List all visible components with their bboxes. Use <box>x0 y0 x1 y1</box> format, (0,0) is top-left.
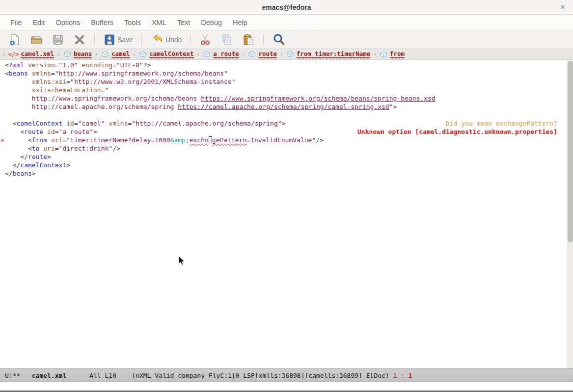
scrollbar[interactable] <box>567 60 573 368</box>
toolbar-separator <box>190 33 191 46</box>
menu-bar: FileEditOptionsBuffersToolsXMLTextDebugH… <box>0 15 573 30</box>
code-line[interactable]: </route> <box>0 153 564 161</box>
emacs-window: emacs@fedora × FileEditOptionsBuffersToo… <box>0 0 573 392</box>
undo-icon <box>150 33 164 46</box>
code-line[interactable]: <beans xmlns="http://www.springframework… <box>0 69 564 78</box>
breadcrumb-separator-icon: › <box>95 51 98 57</box>
code-icon: </> <box>8 51 19 58</box>
code-line[interactable]: <?xml version="1.0" encoding="UTF-8"?> <box>0 61 564 69</box>
close-window-icon[interactable]: × <box>557 2 568 13</box>
toolbar-button-save[interactable]: Save <box>99 31 137 48</box>
breadcrumb-separator-icon: › <box>197 51 200 57</box>
cube-icon <box>101 51 109 58</box>
code-line[interactable]: http://camel.apache.org/schema/spring ht… <box>0 103 564 111</box>
breadcrumb-item-from[interactable]: from <box>390 51 405 58</box>
menu-item-text[interactable]: Text <box>172 19 196 26</box>
breadcrumb-leading-chevron: › <box>2 51 5 57</box>
breadcrumb-separator-icon: › <box>57 51 60 57</box>
code-line[interactable]: http://www.springframework.org/schema/be… <box>0 94 564 103</box>
cube-icon <box>380 51 387 58</box>
breadcrumb: ›</>camel.xml›beans›camel›camelContext›a… <box>0 49 573 60</box>
new-file-icon <box>8 33 21 46</box>
code-area[interactable]: <?xml version="1.0" encoding="UTF-8"?><b… <box>0 60 564 178</box>
menu-item-file[interactable]: File <box>5 19 27 26</box>
modeline-segment: : <box>397 372 408 379</box>
search-icon <box>272 33 286 47</box>
text-cursor <box>209 136 212 143</box>
paste-icon <box>242 33 255 46</box>
breadcrumb-item-beans[interactable]: beans <box>74 51 92 58</box>
flycheck-error-fringe-icon: » <box>0 136 4 144</box>
menu-item-edit[interactable]: Edit <box>27 19 50 26</box>
close-buffer-icon <box>73 33 86 46</box>
diagnostic-error: Unknown option [camel.diagnostic.unknown… <box>357 128 557 136</box>
cut-icon <box>199 33 212 46</box>
cube-icon <box>203 51 211 58</box>
cube-icon <box>286 51 294 58</box>
code-line[interactable]: <to uri="direct:drink"/> <box>0 144 564 153</box>
cube-icon <box>248 51 256 58</box>
title-bar: emacs@fedora × <box>0 0 573 15</box>
toolbar-button-cut[interactable] <box>194 31 216 48</box>
toolbar-button-undo[interactable]: Undo <box>146 31 186 48</box>
modeline-segment: U:**- <box>5 372 32 379</box>
toolbar-button-search[interactable] <box>268 31 290 49</box>
toolbar-button-close-buffer[interactable] <box>69 31 90 48</box>
code-line[interactable]: </beans> <box>0 169 564 178</box>
toolbar-button-open-folder[interactable] <box>26 31 47 48</box>
toolbar-separator <box>141 33 142 46</box>
tool-bar: SaveUndo <box>0 30 573 49</box>
save-label: Save <box>117 36 133 44</box>
copy-icon <box>220 33 233 46</box>
breadcrumb-separator-icon: › <box>133 51 136 57</box>
menu-item-help[interactable]: Help <box>227 19 253 26</box>
scrollbar-thumb[interactable] <box>568 61 573 242</box>
save-floppy-icon <box>52 33 64 46</box>
cube-icon <box>139 51 147 58</box>
open-folder-icon <box>30 33 43 46</box>
breadcrumb-item-camel[interactable]: camel <box>111 51 130 58</box>
toolbar-button-paste[interactable] <box>238 31 259 48</box>
code-line[interactable]: <from uri="timer:timerName?delay=1000&am… <box>0 136 564 144</box>
toolbar-button-copy[interactable] <box>216 31 238 48</box>
modeline-segment: All L10 (nXML Valid company FlyC:1|0 LSP… <box>66 372 393 379</box>
toolbar-button-save-floppy[interactable] <box>47 31 69 48</box>
modeline-segment: camel.xml <box>32 372 66 379</box>
echo-area[interactable] <box>0 382 573 391</box>
toolbar-button-new-file[interactable] <box>4 31 26 48</box>
code-line[interactable]: xsi:schemaLocation=" <box>0 86 564 94</box>
modeline-segment: 1 <box>409 372 412 379</box>
code-line[interactable]: xmlns:xsi="http://www.w3.org/2001/XMLSch… <box>0 78 564 86</box>
code-line[interactable] <box>0 111 564 119</box>
breadcrumb-item-route[interactable]: route <box>258 51 277 58</box>
breadcrumb-item-from-timer-timername[interactable]: from timer:timerName <box>297 51 371 58</box>
mouse-pointer-icon <box>178 256 185 267</box>
breadcrumb-separator-icon: › <box>242 51 246 57</box>
save-icon <box>103 33 116 46</box>
modeline-segment: 1 <box>393 372 397 379</box>
window-title: emacs@fedora <box>262 3 311 11</box>
undo-label: Undo <box>165 36 182 44</box>
cube-icon <box>63 51 71 58</box>
toolbar-separator <box>94 33 95 46</box>
breadcrumb-item-a-route[interactable]: a route <box>213 51 239 58</box>
mode-line[interactable]: U:**- camel.xml All L10 (nXML Valid comp… <box>0 368 573 382</box>
breadcrumb-separator-icon: › <box>280 51 283 57</box>
diagnostic-warning: Did you mean exchangePattern? <box>446 119 557 128</box>
breadcrumb-item-camelcontext[interactable]: camelContext <box>149 51 193 58</box>
breadcrumb-file[interactable]: camel.xml <box>21 51 54 58</box>
menu-item-tools[interactable]: Tools <box>119 19 146 26</box>
editor-buffer[interactable]: <?xml version="1.0" encoding="UTF-8"?><b… <box>0 60 573 368</box>
menu-item-options[interactable]: Options <box>50 19 85 26</box>
menu-item-buffers[interactable]: Buffers <box>85 19 119 26</box>
code-line[interactable]: </camelContext> <box>0 161 564 169</box>
breadcrumb-separator-icon: › <box>373 51 377 57</box>
menu-item-xml[interactable]: XML <box>146 19 172 26</box>
toolbar-separator <box>263 33 264 46</box>
menu-item-debug[interactable]: Debug <box>195 19 227 26</box>
